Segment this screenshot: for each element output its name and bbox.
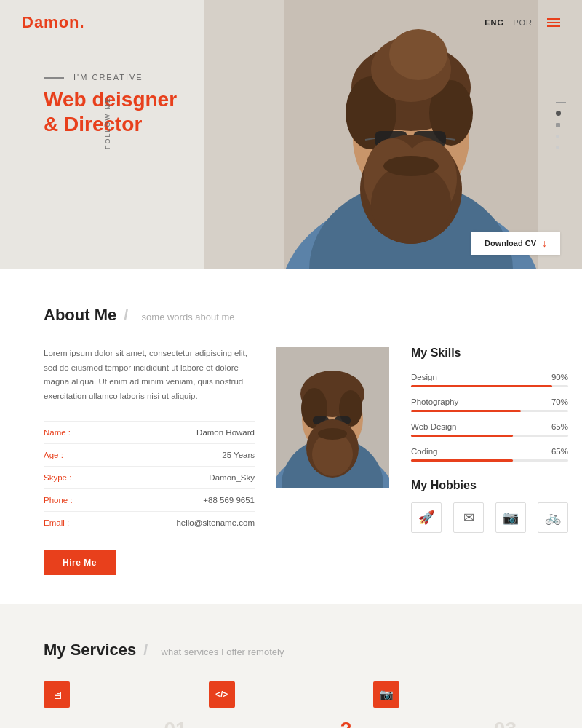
hobby-bike-icon: 🚲 xyxy=(538,502,568,533)
nav-right: ENG POR xyxy=(485,18,560,27)
hamburger-line2 xyxy=(547,22,560,23)
hobby-mail-icon: ✉ xyxy=(453,502,484,533)
about-bio: Lorem ipsum dolor sit amet, consectetur … xyxy=(44,347,255,403)
service-development-icon: </> xyxy=(209,681,235,708)
skill-webdesign-pct: 65% xyxy=(551,422,568,431)
services-grid: 🖥 Web Deisgn 01 Neque porro quisquam est… xyxy=(44,681,538,728)
service-development-num: 2 xyxy=(340,718,352,728)
hobby-rocket-icon: 🚀 xyxy=(411,502,442,533)
service-photography-num: 03 xyxy=(494,718,517,728)
service-webdesign-num: 01 xyxy=(164,718,187,728)
skill-coding-bar-bg xyxy=(411,459,568,462)
skill-coding: Coding 65% xyxy=(411,447,568,462)
hire-me-button[interactable]: Hire Me xyxy=(44,550,116,575)
download-cv-label: Download CV xyxy=(485,239,536,248)
hero-portrait xyxy=(284,0,538,269)
about-middle-column xyxy=(276,347,389,575)
hamburger-line3 xyxy=(547,25,560,27)
service-development: </> Development 2 Neque porro quisquam e… xyxy=(209,681,374,728)
download-icon: ↓ xyxy=(542,237,547,249)
skill-photography-bar-fill xyxy=(411,410,521,412)
hero-section: Damon. ENG POR I'M CREATIVE Web deisgner… xyxy=(0,0,582,269)
about-details: Name : Damon Howard Age : 25 Years Skype… xyxy=(44,421,255,534)
about-title: About Me / some words about me xyxy=(44,306,538,325)
detail-phone: Phone : +88 569 9651 xyxy=(44,489,255,512)
skill-webdesign-label: Web Design xyxy=(411,422,456,431)
menu-icon[interactable] xyxy=(547,18,560,27)
skill-photography-pct: 70% xyxy=(551,397,568,406)
about-left-column: Lorem ipsum dolor sit amet, consectetur … xyxy=(44,347,255,575)
hero-social-label: FOLLOW ME xyxy=(104,97,111,149)
hobbies-row: 🚀 ✉ 📷 🚲 xyxy=(411,502,568,533)
side-dot-3[interactable] xyxy=(556,135,559,138)
about-section: About Me / some words about me Lorem ips… xyxy=(0,269,582,604)
detail-name: Name : Damon Howard xyxy=(44,422,255,444)
service-webdesign-icon: 🖥 xyxy=(44,681,70,708)
hero-line-decoration xyxy=(44,77,64,79)
skill-coding-bar-fill xyxy=(411,459,513,462)
lang-por[interactable]: POR xyxy=(513,18,533,27)
hobby-camera-icon: 📷 xyxy=(495,502,526,533)
download-cv-button[interactable]: Download CV ↓ xyxy=(471,232,560,255)
side-line[interactable] xyxy=(556,102,566,103)
skill-design-label: Design xyxy=(411,373,437,381)
skill-webdesign-bar-bg xyxy=(411,435,568,437)
service-development-header: Development 2 xyxy=(209,718,352,728)
skill-design: Design 90% xyxy=(411,373,568,387)
navigation: Damon. ENG POR xyxy=(0,13,582,32)
side-dot-4[interactable] xyxy=(556,146,559,149)
side-dot-2[interactable] xyxy=(556,123,560,127)
svg-point-9 xyxy=(389,29,447,80)
detail-skype: Skype : Damon_Sky xyxy=(44,467,255,489)
skill-photography-bar-bg xyxy=(411,410,568,412)
service-photography-icon: 📷 xyxy=(373,681,399,708)
skill-webdesign-bar-fill xyxy=(411,435,513,437)
detail-email: Email : hello@sitename.com xyxy=(44,512,255,534)
language-switcher[interactable]: ENG POR xyxy=(485,18,533,27)
hero-tagline: I'M CREATIVE xyxy=(44,73,177,82)
about-photo xyxy=(276,347,389,488)
services-section: My Services / what services I offer remo… xyxy=(0,604,582,728)
about-right-column: My Skills Design 90% Photography 70% xyxy=(411,347,568,575)
skill-design-bar-fill xyxy=(411,385,552,387)
skills-title: My Skills xyxy=(411,347,568,360)
service-webdesign: 🖥 Web Deisgn 01 Neque porro quisquam est… xyxy=(44,681,209,728)
side-navigation xyxy=(556,102,566,149)
service-webdesign-header: Web Deisgn 01 xyxy=(44,718,187,728)
hobbies-title: My Hobbies xyxy=(411,479,568,492)
service-photography: 📷 Photography 03 Neque porro quisquam es… xyxy=(373,681,538,728)
skill-coding-label: Coding xyxy=(411,447,437,456)
skill-design-bar-bg xyxy=(411,385,568,387)
svg-point-33 xyxy=(318,428,347,440)
services-title: My Services / what services I offer remo… xyxy=(44,641,538,660)
svg-point-19 xyxy=(383,156,439,176)
skill-photography: Photography 70% xyxy=(411,397,568,412)
service-photography-header: Photography 03 xyxy=(373,718,517,728)
lang-eng[interactable]: ENG xyxy=(485,18,504,27)
logo[interactable]: Damon. xyxy=(22,13,85,32)
detail-age: Age : 25 Years xyxy=(44,444,255,467)
skill-design-pct: 90% xyxy=(551,373,568,381)
skill-photography-label: Photography xyxy=(411,397,458,406)
skill-webdesign: Web Design 65% xyxy=(411,422,568,437)
about-grid: Lorem ipsum dolor sit amet, consectetur … xyxy=(44,347,538,575)
hamburger-line1 xyxy=(547,18,560,20)
skill-coding-pct: 65% xyxy=(551,447,568,456)
side-dot-1[interactable] xyxy=(556,111,561,116)
